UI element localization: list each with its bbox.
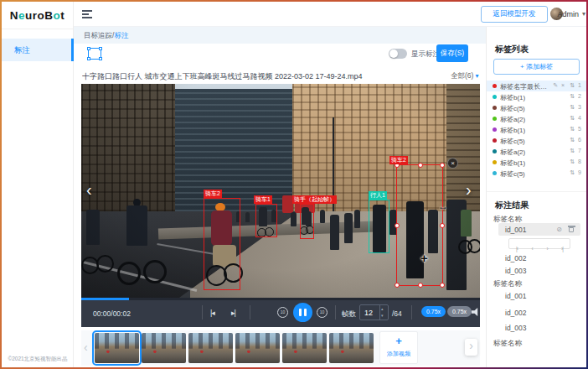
volume-icon[interactable]: [472, 308, 480, 316]
next-video-chevron[interactable]: ›: [466, 181, 472, 198]
shortcut-number: 7: [578, 148, 581, 153]
result-item[interactable]: id_003: [505, 324, 527, 332]
pager-prev-icon[interactable]: ‹: [524, 244, 539, 253]
result-item[interactable]: id_002: [505, 254, 527, 262]
video-controls: 00:00/00:02 |◂ ▸| 10 10 帧数 12 ▴▾ /64 0.7…: [81, 298, 480, 327]
shortcut-number: 4: [578, 115, 581, 121]
speed-button[interactable]: 0.75x: [447, 306, 472, 317]
menu-icon[interactable]: [82, 10, 92, 18]
time-display: 00:00/00:02: [93, 309, 131, 318]
shortcut-number: 6: [578, 137, 581, 143]
rect-select-tool-icon[interactable]: [88, 48, 101, 60]
label-item[interactable]: 标签a(2) ⇅ 4: [487, 113, 586, 124]
annotation-box[interactable]: [369, 200, 389, 253]
annotation-box[interactable]: [255, 204, 277, 237]
user-name[interactable]: Admin: [557, 10, 579, 18]
pager-first-icon[interactable]: |‹: [509, 244, 524, 253]
trash-icon[interactable]: [569, 227, 574, 232]
back-to-model-button[interactable]: 返回模型开发: [481, 6, 548, 23]
resize-handle[interactable]: [418, 163, 423, 168]
annotation-box-selected[interactable]: [396, 164, 443, 286]
speed-button-active[interactable]: 0.75x: [421, 306, 446, 317]
video-thumbnail[interactable]: [329, 333, 374, 363]
annotation-label: 骑车2: [204, 190, 222, 198]
forward-10-icon[interactable]: 10: [317, 307, 328, 318]
add-video-button[interactable]: + 添加视频: [379, 331, 418, 364]
show-annotation-toggle[interactable]: [389, 49, 407, 59]
resize-handle[interactable]: [395, 223, 400, 228]
video-title: 十字路口路口行人 城市交通上下班高峰斑马线过马路视频 2022-03-02 17…: [82, 71, 442, 82]
prev-video-chevron[interactable]: ‹: [86, 181, 92, 198]
right-panel: 标签列表 + 添加标签 标签名字最长数... ✎ × ⇅ 1 标签b(1) ⇅ …: [486, 27, 586, 367]
resize-handle[interactable]: [440, 223, 445, 228]
annotation-box[interactable]: [204, 198, 240, 290]
save-button[interactable]: 保存(S): [436, 44, 468, 62]
add-video-label: 添加视频: [380, 350, 417, 358]
result-item-selected[interactable]: id_001 ⊘: [498, 223, 580, 236]
label-item[interactable]: 标签b(1) ⇅ 2: [487, 91, 586, 102]
resize-handle[interactable]: [395, 283, 400, 288]
label-item[interactable]: 标签名字最长数... ✎ × ⇅ 1: [487, 81, 586, 91]
logo-letter: N: [10, 9, 18, 22]
result-item[interactable]: id_001: [505, 292, 527, 300]
add-label-button[interactable]: + 添加标签: [493, 59, 580, 75]
label-item[interactable]: 标签a(2) ⇅ 7: [487, 146, 586, 157]
video-thumbnail-selected[interactable]: [95, 333, 139, 363]
label-item[interactable]: 标签b(1) ⇅ 8: [487, 157, 586, 168]
label-name: 标签c(5): [500, 169, 550, 179]
filmstrip-next-icon[interactable]: ›: [465, 339, 477, 356]
frame-number-input[interactable]: 12 ▴▾: [359, 304, 389, 320]
progress-bar[interactable]: [81, 298, 480, 300]
stepper[interactable]: ▴▾: [379, 305, 388, 320]
video-player: 骑车2 骑车1 骑手（起始帧） 行人1 骑车2 × + ↔ ‹ ›: [81, 84, 480, 327]
app-logo: NeuroBot: [2, 2, 73, 29]
label-color-dot: [493, 138, 497, 143]
result-group[interactable]: ›标签名称: [493, 339, 522, 349]
pause-button[interactable]: [293, 303, 312, 322]
resize-handle[interactable]: [440, 283, 445, 288]
label-color-dot: [493, 117, 497, 121]
rewind-10-icon[interactable]: 10: [277, 307, 288, 318]
label-item[interactable]: 标签b(1) ⇅ 5: [487, 124, 586, 135]
chevron-right-icon: ›: [493, 339, 495, 345]
breadcrumb-parent[interactable]: 目标追踪: [84, 31, 112, 39]
results-title: 标注结果: [495, 200, 529, 211]
resize-handle[interactable]: [418, 283, 423, 288]
delete-icon[interactable]: ×: [561, 82, 565, 88]
sidebar-item-annotate[interactable]: ✎标注: [2, 39, 74, 61]
label-color-dot: [493, 127, 497, 132]
label-list-title: 标签列表: [495, 44, 529, 55]
video-thumbnail[interactable]: [282, 333, 327, 363]
copyright-text: ©2021北京矩视智能出品: [2, 356, 74, 363]
resize-handle[interactable]: [440, 163, 445, 168]
label-item[interactable]: 标签c(5) ⇅ 3: [487, 102, 586, 113]
pager-last-icon[interactable]: ›|: [554, 244, 570, 253]
shortcut-number: 1: [578, 82, 581, 88]
close-icon[interactable]: ×: [447, 158, 458, 169]
app-window: NeuroBot ✎标注 ©2021北京矩视智能出品 返回模型开发 Admin …: [2, 2, 586, 367]
chevron-down-icon: ▾: [582, 10, 585, 18]
logo-letter: u: [25, 9, 33, 22]
label-item[interactable]: 标签c(5) ⇅ 6: [487, 135, 586, 146]
edit-icon[interactable]: ✎: [553, 82, 558, 89]
label-color-dot: [493, 160, 497, 164]
result-item[interactable]: id_003: [505, 267, 527, 275]
label-name: 标签b(1): [500, 159, 550, 168]
filmstrip: ‹ + 添加视频 ›: [81, 330, 480, 366]
pager-next-icon[interactable]: ›: [539, 244, 554, 253]
eye-icon[interactable]: ⊘: [556, 226, 562, 233]
filmstrip-prev-icon[interactable]: ‹: [84, 340, 88, 354]
video-thumbnail[interactable]: [188, 333, 233, 363]
video-thumbnail[interactable]: [235, 333, 280, 363]
next-frame-button[interactable]: ▸|: [231, 309, 235, 317]
filter-dropdown[interactable]: 全部(6)▾: [451, 71, 478, 81]
video-thumbnail[interactable]: [142, 333, 186, 363]
label-item[interactable]: 标签c(5) ⇅ 9: [487, 168, 586, 179]
annotation-box[interactable]: [300, 204, 314, 239]
chevron-down-icon: ∨: [493, 279, 498, 286]
shortcut-number: 8: [578, 159, 581, 164]
prev-frame-button[interactable]: |◂: [210, 309, 214, 317]
result-group[interactable]: ∨标签名称: [493, 279, 522, 289]
result-id: id_001: [505, 226, 527, 234]
result-item[interactable]: id_002: [505, 309, 527, 317]
